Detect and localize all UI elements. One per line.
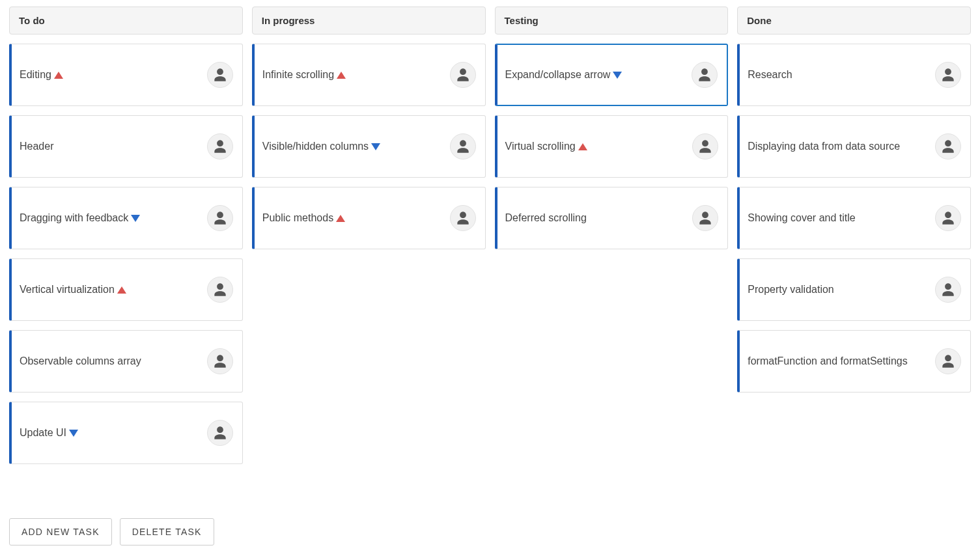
card-content: Property validation [748, 282, 929, 297]
priority-low-icon [613, 72, 622, 79]
card-title: Virtual scrolling [505, 139, 576, 154]
priority-high-icon [54, 72, 63, 79]
task-card[interactable]: Visible/hidden columns [252, 115, 486, 178]
task-card[interactable]: Dragging with feedback [9, 187, 243, 249]
assignee-avatar [935, 277, 961, 303]
task-card[interactable]: Deferred scrolling [495, 187, 729, 249]
priority-high-icon [337, 72, 346, 79]
card-content: Header [20, 139, 201, 154]
card-content: Expand/collapse arrow [505, 67, 686, 82]
task-card[interactable]: Update UI [9, 402, 243, 464]
card-content: Research [748, 67, 929, 82]
kanban-column: In progressInfinite scrollingVisible/hid… [252, 7, 486, 473]
assignee-avatar [450, 133, 476, 159]
kanban-column: DoneResearchDisplaying data from data so… [737, 7, 971, 473]
assignee-avatar [935, 205, 961, 231]
task-card[interactable]: formatFunction and formatSettings [737, 330, 971, 393]
assignee-avatar [207, 205, 233, 231]
card-content: Infinite scrolling [262, 67, 443, 82]
task-card[interactable]: Displaying data from data source [737, 115, 971, 178]
assignee-avatar [207, 133, 233, 159]
card-content: Observable columns array [20, 353, 201, 368]
card-content: Dragging with feedback [20, 210, 201, 225]
assignee-avatar [692, 133, 718, 159]
assignee-avatar [450, 62, 476, 88]
task-card[interactable]: Observable columns array [9, 330, 243, 393]
priority-low-icon [69, 430, 78, 437]
column-header: In progress [252, 7, 486, 34]
card-title: Infinite scrolling [262, 67, 334, 82]
card-content: Displaying data from data source [748, 139, 929, 154]
task-card[interactable]: Vertical virtualization [9, 258, 243, 321]
card-content: Public methods [262, 210, 443, 225]
card-title: Update UI [20, 425, 66, 440]
task-card[interactable]: Public methods [252, 187, 486, 249]
card-content: Showing cover and title [748, 210, 929, 225]
kanban-board: To doEditingHeaderDragging with feedback… [9, 7, 971, 473]
card-title: Visible/hidden columns [262, 139, 369, 154]
card-title: Research [748, 67, 792, 82]
kanban-column: TestingExpand/collapse arrowVirtual scro… [495, 7, 729, 473]
task-card[interactable]: Infinite scrolling [252, 44, 486, 106]
priority-low-icon [371, 143, 380, 150]
priority-high-icon [578, 143, 587, 150]
card-title: Showing cover and title [748, 210, 855, 225]
card-title: Observable columns array [20, 353, 141, 368]
column-header: To do [9, 7, 243, 34]
assignee-avatar [935, 348, 961, 374]
task-card[interactable]: Editing [9, 44, 243, 106]
task-card[interactable]: Property validation [737, 258, 971, 321]
task-card[interactable]: Showing cover and title [737, 187, 971, 249]
column-header: Done [737, 7, 971, 34]
assignee-avatar [935, 62, 961, 88]
assignee-avatar [692, 205, 718, 231]
assignee-avatar [207, 420, 233, 446]
card-title: Public methods [262, 210, 333, 225]
priority-high-icon [117, 286, 126, 294]
card-content: Update UI [20, 425, 201, 440]
assignee-avatar [207, 277, 233, 303]
task-card[interactable]: Expand/collapse arrow [495, 44, 729, 106]
card-title: Property validation [748, 282, 834, 297]
assignee-avatar [692, 62, 718, 88]
kanban-column: To doEditingHeaderDragging with feedback… [9, 7, 243, 473]
assignee-avatar [207, 348, 233, 374]
card-content: Vertical virtualization [20, 282, 201, 297]
card-content: Virtual scrolling [505, 139, 686, 154]
assignee-avatar [450, 205, 476, 231]
card-title: Displaying data from data source [748, 139, 900, 154]
assignee-avatar [935, 133, 961, 159]
priority-low-icon [131, 215, 140, 222]
card-content: Visible/hidden columns [262, 139, 443, 154]
priority-high-icon [336, 215, 345, 222]
card-title: Expand/collapse arrow [505, 67, 611, 82]
card-title: Deferred scrolling [505, 210, 587, 225]
card-title: Header [20, 139, 53, 154]
card-content: formatFunction and formatSettings [748, 353, 929, 368]
assignee-avatar [207, 62, 233, 88]
card-title: Vertical virtualization [20, 282, 115, 297]
column-header: Testing [495, 7, 729, 34]
task-card[interactable]: Header [9, 115, 243, 178]
card-title: Dragging with feedback [20, 210, 128, 225]
card-title: Editing [20, 67, 51, 82]
task-card[interactable]: Research [737, 44, 971, 106]
card-content: Editing [20, 67, 201, 82]
task-card[interactable]: Virtual scrolling [495, 115, 729, 178]
card-content: Deferred scrolling [505, 210, 686, 225]
card-title: formatFunction and formatSettings [748, 353, 907, 368]
